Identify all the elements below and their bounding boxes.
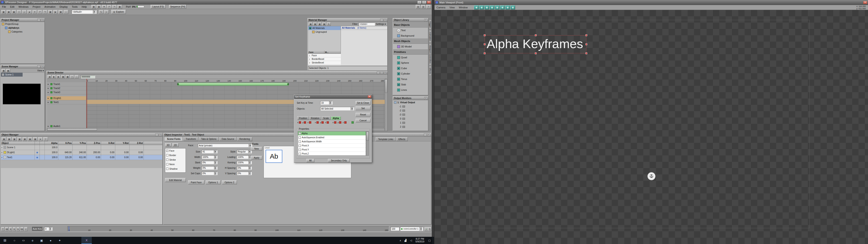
go-start-icon[interactable]: ⏮ — [1, 227, 4, 231]
new-icon[interactable]: ▦ — [91, 5, 96, 9]
mode-3d-button[interactable]: 3D — [165, 143, 171, 147]
pin-icon[interactable]: ▫ — [424, 133, 427, 136]
close-icon[interactable]: ✕ — [383, 19, 386, 21]
settings-app-icon[interactable]: ✦ — [55, 237, 64, 244]
close-icon[interactable]: ✕ — [424, 19, 427, 21]
menu-item[interactable]: Tools — [70, 5, 80, 9]
pin-icon[interactable]: ▫ — [37, 65, 40, 68]
tree-item[interactable]: alphakeys — [1, 26, 44, 30]
axis-checkbox[interactable] — [304, 121, 306, 124]
selection-handle[interactable] — [484, 34, 486, 36]
pin-icon[interactable]: ▫ — [37, 19, 40, 21]
column-header[interactable]: Object — [1, 142, 35, 145]
track-enabled-icon[interactable] — [51, 91, 53, 93]
settings-dropdown[interactable]: Settings ▾ — [376, 23, 386, 25]
track-enabled-icon[interactable] — [51, 87, 53, 89]
search-icon[interactable]: ○ — [10, 237, 19, 244]
property-checkbox[interactable] — [299, 145, 301, 147]
output-monitors-header[interactable]: Output Monitors ✕ — [393, 96, 428, 100]
material-manager-header[interactable]: Material Manager ▫ ✕ — [308, 18, 388, 22]
inspector-tab[interactable]: Rendering — [237, 137, 252, 141]
animation-playhead[interactable] — [69, 226, 69, 231]
property-row[interactable]: Pivot.X — [298, 144, 366, 148]
property-row[interactable]: Alpha — [298, 131, 366, 135]
material-slot-row[interactable]: 2BorderBevel — [308, 57, 341, 61]
track-row[interactable]: ▶ Track2 — [47, 86, 86, 90]
scene-director-header[interactable]: Scene Director ▫ □ ✕ — [46, 71, 388, 74]
play-icon[interactable]: ▶ — [52, 75, 56, 79]
inspector-tab[interactable]: Effects — [396, 137, 408, 141]
library-item[interactable]: Background — [393, 33, 428, 38]
selection-handle[interactable] — [535, 34, 537, 36]
auto-key-button[interactable]: Auto Key — [32, 227, 42, 231]
pivot-indicator[interactable] — [647, 172, 655, 180]
material-group-item[interactable]: Ungrouped — [308, 30, 341, 34]
column-header[interactable]: Z-Rot — [129, 142, 144, 145]
library-item[interactable]: Base Objects — [393, 22, 428, 28]
keyframe-tab[interactable]: Rotation — [309, 116, 321, 120]
expand-icon[interactable]: ▶ — [48, 97, 50, 99]
loop-icon[interactable]: ↻ — [428, 227, 431, 231]
viewport-canvas[interactable]: Alpha Keyframes — [434, 10, 868, 244]
media-app-icon[interactable]: ● — [46, 237, 55, 244]
column-header[interactable] — [35, 142, 40, 145]
library-item[interactable]: ▬Slab — [393, 82, 428, 87]
options2-button[interactable]: Options 2 — [222, 180, 237, 184]
axis-checkbox[interactable] — [321, 121, 324, 124]
hspacing-field[interactable]: 0%▲▼ — [237, 166, 252, 170]
pin-icon[interactable]: ▫ — [155, 133, 158, 136]
close-icon[interactable]: ✕ — [427, 1, 431, 4]
all-button[interactable]: All — [306, 159, 314, 162]
timeline-ruler[interactable]: 0102030405060708090100110120130140150160… — [86, 79, 385, 82]
refresh-icon[interactable]: ↻ — [99, 10, 103, 14]
settings-icon[interactable]: ▦ — [117, 5, 122, 9]
menu-item[interactable]: Window — [457, 5, 470, 9]
audio-track-row[interactable]: ▶ Audio1 — [47, 124, 86, 128]
options1-button[interactable]: Options 1 — [206, 180, 221, 184]
show-all-icon[interactable]: ▦ — [12, 137, 17, 141]
scene-manager-header[interactable]: Scene Manager ▫ ✕ — [1, 65, 44, 68]
apply-font-button[interactable]: Apply — [251, 156, 262, 160]
property-row[interactable]: AutoSqueeze.Width — [298, 140, 366, 144]
redo-icon[interactable]: ↷ — [43, 10, 48, 14]
cut-icon[interactable]: ✂ — [17, 10, 22, 14]
tray-expand-icon[interactable]: ∧ — [398, 239, 403, 242]
viewport-titlebar[interactable]: Main Viewport (Front) ✕ — [434, 0, 868, 5]
axis-checkbox[interactable] — [309, 121, 311, 124]
menu-item[interactable]: Display — [58, 5, 70, 9]
maximize-icon[interactable]: □ — [422, 1, 426, 4]
grid-toggle-icon[interactable]: ▦ — [500, 5, 505, 9]
side-tab[interactable]: Trigger — [429, 20, 432, 29]
tree-item[interactable]: ProjectGroup — [1, 22, 44, 26]
zoom-out-icon[interactable]: − — [74, 75, 79, 79]
edit-material-button[interactable]: Edit Material — [165, 178, 186, 182]
filter-icon[interactable]: ▽ — [43, 137, 48, 141]
delete-scene-icon[interactable]: ▦ — [6, 69, 10, 72]
end-frame-field[interactable]: 100 — [391, 227, 399, 231]
anim-controller-dropdown[interactable]: AnimController 1▼ — [400, 227, 423, 231]
side-tab[interactable]: Viewport Controllers — [429, 43, 432, 65]
minimize-icon[interactable]: ─ — [417, 1, 422, 4]
next-key-icon[interactable]: ▶▶ — [20, 227, 24, 231]
lock-object-icon[interactable]: ▦ — [22, 137, 27, 141]
time-field[interactable]: 33▲▼ — [320, 101, 333, 104]
expand-icon[interactable]: ▸ — [2, 157, 4, 158]
library-item[interactable]: ≡Lines — [393, 87, 428, 93]
ungroup-icon[interactable]: ▦ — [33, 137, 37, 141]
filter-input[interactable]: <none> — [359, 23, 375, 26]
layer-row[interactable]: Face — [165, 148, 186, 153]
open-icon[interactable]: ▦ — [96, 5, 101, 9]
delete-icon[interactable]: ✕ — [32, 10, 37, 14]
axis-checkbox[interactable] — [339, 121, 341, 124]
paste-icon[interactable]: ▰ — [27, 10, 32, 14]
text-selection-box[interactable]: Alpha Keyframes — [485, 35, 586, 53]
next-frame-icon[interactable]: ▶ — [57, 75, 61, 79]
scale-tool-icon[interactable]: ▦ — [490, 5, 494, 9]
column-header[interactable]: Alpha — [45, 142, 58, 145]
selection-handle[interactable] — [484, 43, 486, 45]
layer-checkbox[interactable] — [166, 159, 168, 161]
edge-icon[interactable]: e — [28, 237, 37, 244]
playhead-line[interactable] — [87, 79, 87, 130]
expand-icon[interactable]: ▶ — [48, 83, 50, 85]
visibility-icon[interactable]: ◉ — [35, 155, 40, 160]
